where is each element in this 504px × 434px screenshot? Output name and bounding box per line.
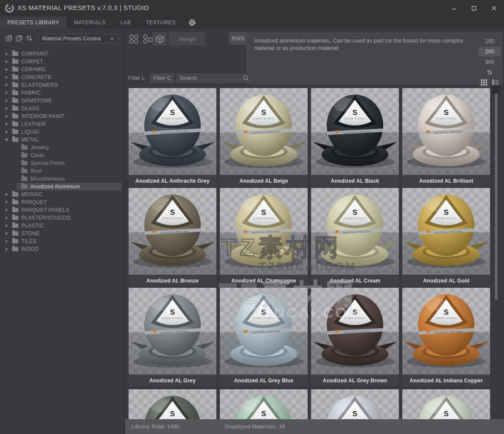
caret-right-icon[interactable] [5,91,10,95]
tree-item-rust[interactable]: Rust [0,167,125,175]
folder-icon [12,208,18,212]
tree-item-tiles[interactable]: TILES [0,237,125,245]
material-tile-anodized-al-gold[interactable]: MATERIAL PREVIEW S SIGER STUDIO Anodized… [402,188,490,286]
svg-text:SIGER STUDIO: SIGER STUDIO [253,317,274,319]
material-tile[interactable]: MATERIAL PREVIEW S SIGER STUDIO [129,389,216,419]
folder-icon [12,67,18,72]
tree-item-anodized-aluminium[interactable]: Anodized Aluminium [0,183,125,191]
material-tile-anodized-al-grey-brown[interactable]: MATERIAL PREVIEW S SIGER STUDIO Anodized… [311,288,399,386]
caret-right-icon[interactable] [5,122,10,126]
tab-materials[interactable]: MATERIALS [66,16,113,29]
size-200-button[interactable]: 200 [478,47,501,56]
caret-right-icon[interactable] [5,52,10,56]
expand-all-icon[interactable] [5,34,13,42]
grid-view-icon[interactable] [479,78,489,87]
tab-lab[interactable]: LAB [113,16,138,29]
tree-item-elastomers[interactable]: ELASTOMERS [0,81,125,89]
tree-item-jewelry[interactable]: Jewelry [0,144,125,151]
material-tile-anodized-al-grey-blue[interactable]: MATERIAL PREVIEW S SIGER STUDIO Anodized… [220,288,308,386]
caret-right-icon[interactable] [5,114,10,118]
minimize-button[interactable] [444,0,464,16]
caret-right-icon[interactable] [5,59,10,64]
caret-right-icon[interactable] [5,130,10,134]
caret-right-icon[interactable] [5,208,10,212]
material-name: Anodized AL Grey [129,375,216,386]
tree-item-metal[interactable]: METAL [0,136,125,144]
tree-item-stone[interactable]: STONE [0,230,125,237]
filter-l-toggle[interactable]: Filter L [128,75,145,81]
tree-item-wood[interactable]: WOOD [0,245,125,253]
caret-right-icon[interactable] [5,231,10,236]
collapse-all-icon[interactable] [15,34,23,42]
rws-button[interactable]: RWS [229,32,247,45]
material-tile-anodized-al-anthracite-grey[interactable]: MATERIAL PREVIEW S SIGER STUDIO Anodized… [129,88,216,187]
material-tile-anodized-al-grey[interactable]: MATERIAL PREVIEW S SIGER STUDIO Anodized… [129,288,216,386]
caret-right-icon[interactable] [5,67,10,72]
tree-item-glass[interactable]: GLASS [0,105,125,112]
material-tile-anodized-al-indiana-copper[interactable]: MATERIAL PREVIEW S SIGER STUDIO Anodized… [402,288,490,386]
tab-textures[interactable]: TEXTURES [139,16,183,29]
folder-icon [12,224,18,228]
scrollbar-thumb[interactable] [495,93,497,300]
filter-c-toggle[interactable]: Filter C [150,73,174,83]
caret-right-icon[interactable] [5,224,10,228]
folder-icon [12,59,18,64]
tree-item-liquid[interactable]: LIQUID [0,128,125,136]
tree-item-concrete[interactable]: CONCRETE [0,73,125,81]
close-button[interactable] [484,0,504,16]
window-title: XS MATERIAL PRESETS v.7.0.3 | STUDIO [17,4,149,11]
library-select-dropdown[interactable]: Material Presets Corona [38,34,118,43]
caret-right-icon[interactable] [5,200,10,204]
tree-item-special-finish[interactable]: Special Finish [0,159,125,167]
material-tile[interactable]: MATERIAL PREVIEW S SIGER STUDIO [402,389,490,419]
tree-item-ceramic[interactable]: CERAMIC [0,66,125,73]
cube-preview-button[interactable] [153,32,167,46]
tree-item-parquet[interactable]: PARQUET [0,198,125,206]
material-tile-anodized-al-black[interactable]: MATERIAL PREVIEW S SIGER STUDIO Anodized… [311,88,399,187]
caret-right-icon[interactable] [5,83,10,87]
caret-right-icon[interactable] [5,216,10,220]
caret-right-icon[interactable] [5,247,10,251]
caret-right-icon[interactable] [5,239,10,243]
tree-item-clean[interactable]: Clean [0,151,125,159]
tree-item-mosaic[interactable]: MOSAIC [0,191,125,198]
caret-down-icon[interactable] [5,138,10,142]
caret-right-icon[interactable] [5,99,10,103]
tree-item-carpaint[interactable]: CARPAINT [0,50,125,58]
tree-item-interior-paint[interactable]: INTERIOR PAINT [0,112,125,120]
search-input[interactable] [176,73,252,83]
sort-tree-icon[interactable] [25,34,33,42]
spheres-view-icon[interactable] [129,34,139,44]
tab-presets-library[interactable]: PRESETS LIBRARY [0,16,66,29]
folder-icon [21,161,27,165]
assign-button[interactable]: Assign [169,32,205,46]
caret-right-icon[interactable] [5,75,10,79]
title-bar: XS MATERIAL PRESETS v.7.0.3 | STUDIO [0,0,504,16]
material-tile-anodized-al-champagne[interactable]: MATERIAL PREVIEW S SIGER STUDIO Anodized… [220,188,308,286]
maximize-button[interactable] [464,0,484,16]
material-tile-anodized-al-cream[interactable]: MATERIAL PREVIEW S SIGER STUDIO Anodized… [311,188,399,286]
size-300-button[interactable]: 300 [478,57,501,67]
app-window: XS MATERIAL PRESETS v.7.0.3 | STUDIO PRE… [0,0,504,434]
tree-item-leather[interactable]: LEATHER [0,120,125,128]
material-tile-anodized-al-bronze[interactable]: MATERIAL PREVIEW S SIGER STUDIO Anodized… [129,188,216,286]
tree-item-gemstone[interactable]: GEMSTONE [0,97,125,105]
tree-item-plastic[interactable]: PLASTIC [0,222,125,230]
tree-item-parquet-panels[interactable]: PARQUET PANELS [0,206,125,214]
tree-item-miscellaneous[interactable]: Miscellaneous [0,175,125,183]
material-name: Anodized AL Indiana Copper [402,375,490,386]
caret-right-icon[interactable] [5,106,10,111]
sort-materials-icon[interactable] [478,68,501,76]
folder-icon [12,192,18,197]
caret-right-icon[interactable] [5,192,10,197]
tree-item-plaster-stucco[interactable]: PLASTER/STUCCO [0,214,125,222]
tree-item-carpet[interactable]: CARPET [0,58,125,66]
material-tile-anodized-al-beige[interactable]: MATERIAL PREVIEW S SIGER STUDIO Anodized… [220,88,308,187]
scrollbar-track[interactable] [492,85,500,94]
settings-gear-icon[interactable] [183,16,201,29]
material-tile[interactable]: MATERIAL PREVIEW S SIGER STUDIO [220,389,308,419]
size-100-button[interactable]: 100 [478,36,501,46]
tree-item-fabric[interactable]: FABRIC [0,89,125,97]
material-tile-anodized-al-brilliant[interactable]: MATERIAL PREVIEW S SIGER STUDIO Anodized… [402,88,490,187]
material-tile[interactable]: MATERIAL PREVIEW S SIGER STUDIO [311,389,399,419]
